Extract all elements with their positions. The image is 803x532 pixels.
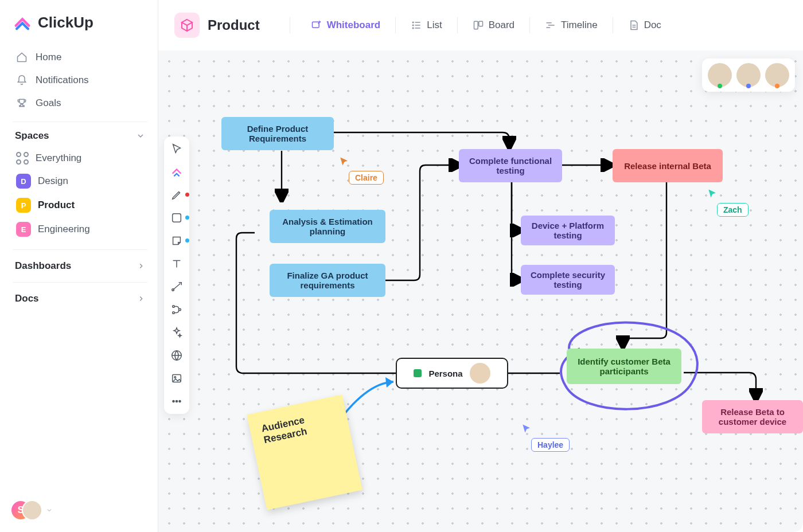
nav-notifications[interactable]: Notifications: [13, 69, 147, 92]
space-badge: E: [16, 222, 31, 237]
spaces-header-label: Spaces: [15, 130, 49, 142]
sidebar: ClickUp Home Notifications Goals Spaces …: [0, 0, 158, 532]
avatar: [708, 63, 732, 87]
space-icon[interactable]: [174, 13, 200, 38]
avatar: [736, 63, 761, 87]
tab-whiteboard[interactable]: Whiteboard: [303, 15, 389, 36]
tool-sticky[interactable]: [170, 234, 184, 248]
svg-point-23: [176, 400, 177, 402]
svg-rect-7: [474, 21, 478, 29]
persona-label: Persona: [428, 369, 462, 378]
trophy-icon: [16, 97, 28, 109]
node-analysis[interactable]: Analysis & Estimation planning: [270, 210, 385, 243]
cursor-label: Zach: [717, 203, 749, 217]
spaces-header[interactable]: Spaces: [13, 122, 147, 147]
tab-label: Board: [489, 19, 514, 31]
tool-shape[interactable]: [170, 211, 184, 225]
node-persona[interactable]: Persona: [396, 358, 508, 389]
board-icon: [473, 19, 484, 31]
node-define[interactable]: Define Product Requirements: [221, 117, 334, 150]
tool-magic[interactable]: [170, 326, 184, 339]
tab-label: Timeline: [561, 19, 598, 31]
separator: [529, 17, 530, 33]
space-design[interactable]: D Design: [13, 169, 147, 193]
section-label: Docs: [15, 293, 39, 304]
tab-timeline[interactable]: Timeline: [537, 15, 606, 36]
timeline-icon: [545, 19, 556, 31]
tool-select[interactable]: [170, 142, 184, 156]
sticky-icon: [170, 234, 183, 247]
tool-more[interactable]: [170, 394, 184, 408]
status-dot: [414, 369, 422, 377]
cursor-claire: Claire: [338, 156, 384, 185]
connector-icon: [170, 280, 183, 293]
nav-label: Notifications: [36, 75, 89, 86]
square-icon: [170, 212, 183, 224]
cursor-haylee: Haylee: [521, 423, 570, 452]
tab-doc[interactable]: Doc: [620, 15, 669, 36]
node-identify[interactable]: Identify customer Beta participants: [567, 349, 681, 384]
tab-label: Whiteboard: [327, 19, 381, 31]
avatar: [765, 63, 789, 87]
space-label: Everything: [36, 152, 81, 164]
svg-marker-25: [385, 377, 393, 388]
everything-icon: [16, 152, 29, 165]
tool-task[interactable]: [170, 165, 184, 179]
list-icon: [411, 19, 422, 31]
nav-goals[interactable]: Goals: [13, 92, 147, 115]
stacked-avatars: S: [10, 500, 42, 521]
svg-point-17: [173, 312, 175, 314]
node-finalize[interactable]: Finalize GA product requirements: [270, 264, 385, 297]
space-label: Design: [38, 175, 68, 187]
svg-point-1: [413, 22, 414, 23]
cursor-zach: Zach: [707, 188, 749, 217]
tab-label: Doc: [644, 19, 661, 31]
collaborator-avatars[interactable]: [702, 58, 795, 92]
section-dashboards[interactable]: Dashboards: [13, 249, 147, 282]
home-icon: [16, 52, 28, 63]
tool-web[interactable]: [170, 349, 184, 362]
node-release[interactable]: Release internal Beta: [613, 149, 723, 182]
svg-rect-14: [173, 214, 181, 222]
sticky-note[interactable]: Audience Research: [247, 394, 362, 510]
nav-home[interactable]: Home: [13, 46, 147, 69]
space-product[interactable]: P Product: [13, 193, 147, 217]
section-label: Dashboards: [15, 260, 71, 272]
whiteboard-canvas[interactable]: Define Product Requirements Analysis & E…: [158, 50, 803, 532]
tab-board[interactable]: Board: [465, 15, 523, 36]
bell-icon: [16, 75, 28, 86]
section-docs[interactable]: Docs: [13, 282, 147, 315]
svg-point-3: [413, 25, 414, 26]
separator: [457, 17, 458, 33]
pen-icon: [170, 189, 183, 201]
space-title: Product: [208, 17, 260, 33]
node-beta2[interactable]: Release Beta to customer device: [702, 400, 803, 433]
svg-point-21: [174, 377, 176, 378]
chevron-right-icon: [137, 262, 145, 270]
cursor-icon: [521, 423, 532, 435]
tool-image[interactable]: [170, 371, 184, 385]
nav-label: Goals: [36, 97, 61, 109]
node-device[interactable]: Device + Platform testing: [521, 216, 615, 245]
tool-pen[interactable]: [170, 188, 184, 202]
whiteboard-icon: [311, 19, 322, 31]
user-switcher[interactable]: S: [10, 500, 53, 521]
space-everything[interactable]: Everything: [13, 147, 147, 169]
image-icon: [170, 372, 183, 385]
space-label: Product: [38, 200, 75, 211]
node-security[interactable]: Complete security testing: [521, 265, 615, 295]
tool-connector[interactable]: [170, 280, 184, 294]
clickup-mini-icon: [170, 166, 183, 178]
text-icon: [170, 257, 183, 270]
svg-rect-8: [478, 21, 482, 26]
caret-down-icon: [46, 507, 53, 514]
sticky-text: Audience Research: [260, 414, 308, 445]
svg-point-22: [173, 400, 174, 402]
tab-list[interactable]: List: [403, 15, 450, 36]
space-engineering[interactable]: E Engineering: [13, 217, 147, 241]
tool-relationship[interactable]: [170, 303, 184, 316]
brand[interactable]: ClickUp: [13, 13, 147, 32]
svg-rect-0: [312, 22, 319, 28]
tool-text[interactable]: [170, 257, 184, 271]
node-func[interactable]: Complete functional testing: [459, 149, 562, 182]
